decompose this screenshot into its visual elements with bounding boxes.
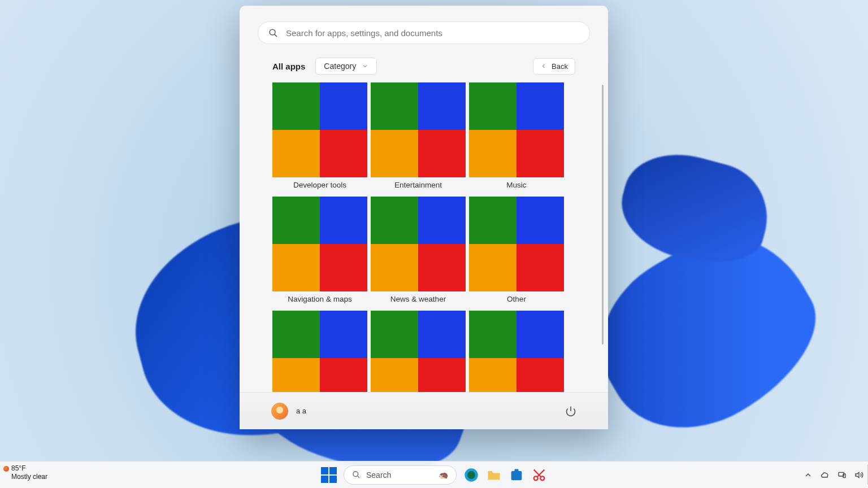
category-tile (272, 82, 367, 177)
category-other[interactable]: Other (469, 197, 564, 307)
view-dropdown[interactable]: Category (315, 58, 377, 75)
category-label: Entertainment (394, 181, 442, 191)
category-tile (371, 197, 466, 291)
category-item[interactable] (272, 311, 367, 392)
category-item[interactable] (469, 311, 564, 392)
svg-point-0 (270, 29, 275, 35)
search-icon (268, 28, 278, 38)
store-icon (509, 467, 524, 483)
taskbar-search[interactable]: Search 🦔 (344, 465, 457, 485)
search-icon (352, 470, 361, 479)
user-name[interactable]: a a (296, 407, 306, 415)
category-tile (469, 311, 564, 392)
category-tile (371, 82, 466, 177)
category-label: News & weather (390, 295, 446, 305)
category-label: Other (507, 295, 526, 305)
all-apps-heading: All apps (272, 62, 305, 71)
taskbar-explorer-icon[interactable] (486, 467, 502, 483)
power-button[interactable] (565, 406, 576, 417)
category-grid: Developer tools Entertainment Music Navi… (272, 82, 584, 392)
svg-point-3 (353, 472, 358, 477)
category-tile (272, 197, 367, 291)
weather-widget[interactable]: 85°F Mostly clear (3, 464, 47, 481)
category-label: Navigation & maps (288, 295, 351, 305)
search-input[interactable] (286, 28, 579, 38)
category-tile (371, 311, 466, 392)
svg-line-1 (275, 34, 277, 36)
category-entertainment[interactable]: Entertainment (371, 82, 466, 193)
chevron-down-icon (362, 63, 368, 69)
svg-rect-8 (515, 469, 519, 472)
folder-icon (486, 467, 502, 483)
weather-status: Mostly clear (11, 473, 47, 481)
snipping-icon (531, 467, 547, 483)
edge-icon (463, 467, 479, 483)
chevron-left-icon (540, 63, 547, 69)
category-item[interactable] (371, 311, 466, 392)
category-tile (469, 197, 564, 291)
svg-marker-13 (856, 472, 859, 477)
category-label: Music (506, 181, 526, 191)
back-button-label: Back (552, 62, 568, 71)
category-news-weather[interactable]: News & weather (371, 197, 466, 307)
view-dropdown-label: Category (324, 62, 356, 71)
category-music[interactable]: Music (469, 82, 564, 193)
taskbar-snipping-icon[interactable] (531, 467, 547, 483)
category-tile (469, 82, 564, 177)
start-button[interactable] (321, 467, 337, 483)
cloud-icon[interactable] (821, 470, 830, 480)
taskbar-edge-icon[interactable] (463, 467, 479, 483)
start-footer: a a (240, 392, 608, 429)
category-tile (272, 311, 367, 392)
back-button[interactable]: Back (533, 58, 575, 75)
power-icon (565, 406, 576, 417)
volume-icon[interactable] (854, 470, 863, 480)
category-navigation-maps[interactable]: Navigation & maps (272, 197, 367, 307)
devices-icon[interactable] (837, 470, 847, 480)
start-menu: All apps Category Back Developer tools E… (240, 6, 608, 429)
search-box[interactable] (258, 21, 590, 44)
chevron-up-icon[interactable] (804, 470, 813, 480)
weather-icon (3, 466, 9, 472)
svg-line-4 (357, 476, 359, 478)
weather-temp: 85°F (11, 464, 47, 473)
scrollbar[interactable] (602, 85, 604, 345)
user-avatar[interactable] (271, 403, 288, 420)
category-label: Developer tools (293, 181, 346, 191)
taskbar-store-icon[interactable] (509, 467, 524, 483)
svg-rect-7 (511, 471, 522, 480)
taskbar-search-label: Search (366, 470, 391, 480)
taskbar: 85°F Mostly clear Search 🦔 (0, 461, 868, 488)
category-developer-tools[interactable]: Developer tools (272, 82, 367, 193)
svg-point-6 (467, 471, 475, 479)
search-highlight-icon: 🦔 (439, 470, 448, 480)
